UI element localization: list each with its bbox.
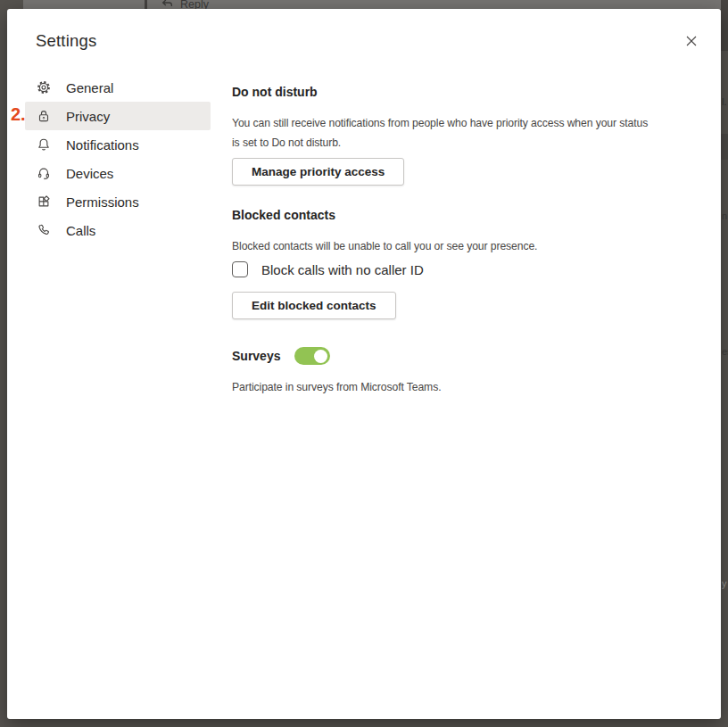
dnd-description: You can still receive notifications from… [232, 113, 653, 153]
toggle-knob [314, 350, 327, 363]
manage-priority-access-button[interactable]: Manage priority access [232, 158, 404, 186]
sidebar-item-label: Devices [66, 166, 113, 181]
sidebar-item-label: General [66, 80, 113, 95]
phone-icon [36, 222, 52, 238]
lock-icon [36, 108, 52, 124]
reply-action: Reply [161, 0, 209, 9]
surveys-toggle-on[interactable] [294, 347, 330, 365]
settings-nav: General Privacy [25, 73, 211, 244]
backdrop-text-fragment: l. [722, 96, 728, 107]
blocked-contacts-description: Blocked contacts will be unable to call … [232, 236, 537, 256]
close-icon [685, 35, 698, 47]
blocked-contacts-heading: Blocked contacts [232, 208, 335, 222]
close-button[interactable] [679, 29, 704, 54]
surveys-heading: Surveys [232, 349, 280, 363]
screen: Reply l. n es y Settings 2. [0, 0, 728, 727]
sidebar-item-devices[interactable]: Devices [25, 159, 211, 187]
sidebar-item-label: Privacy [66, 109, 110, 124]
dnd-heading: Do not disturb [232, 85, 318, 99]
edit-blocked-contacts-button[interactable]: Edit blocked contacts [232, 292, 396, 319]
settings-dialog: Settings 2. General [7, 9, 721, 719]
bell-icon [36, 136, 52, 153]
sidebar-item-notifications[interactable]: Notifications [25, 130, 211, 159]
sidebar-item-label: Notifications [66, 137, 139, 153]
sidebar-item-general[interactable]: General [25, 73, 211, 102]
backdrop-band [721, 0, 728, 51]
reply-label: Reply [180, 0, 209, 9]
backdrop-band [721, 134, 728, 160]
dialog-title: Settings [36, 31, 96, 51]
sidebar-item-privacy[interactable]: Privacy [25, 102, 211, 130]
reply-arrow-icon [161, 0, 174, 9]
checkbox-label: Block calls with no caller ID [261, 262, 424, 277]
sidebar-item-permissions[interactable]: Permissions [25, 187, 211, 216]
sidebar-item-label: Calls [66, 223, 95, 238]
checkbox-unchecked[interactable] [232, 261, 248, 277]
surveys-description: Participate in surveys from Microsoft Te… [232, 377, 441, 397]
sidebar-item-label: Permissions [66, 194, 139, 210]
sidebar-item-calls[interactable]: Calls [25, 216, 211, 244]
backdrop-top-strip: Reply [23, 0, 728, 9]
block-caller-id-checkbox-row[interactable]: Block calls with no caller ID [232, 261, 424, 277]
headset-icon [36, 165, 52, 181]
gear-icon [36, 79, 52, 95]
backdrop-text-fragment: es [722, 346, 728, 357]
surveys-row: Surveys [232, 347, 330, 365]
annotation-step-2: 2. [11, 104, 26, 125]
backdrop-text-fragment: y [722, 578, 728, 589]
backdrop-text-fragment: n [722, 211, 728, 221]
backdrop-divider [145, 0, 147, 9]
apps-icon [36, 194, 52, 210]
